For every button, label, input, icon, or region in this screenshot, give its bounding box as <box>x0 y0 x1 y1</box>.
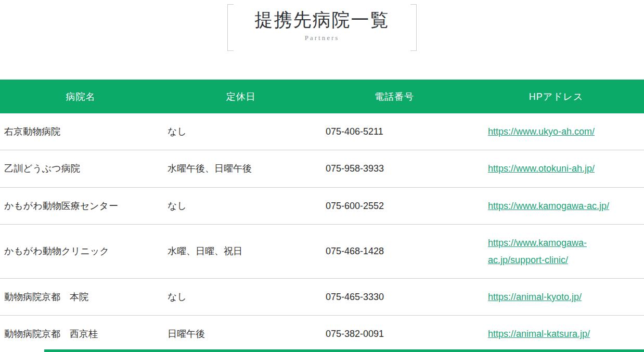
closed-day-cell: 水曜午後、日曜午後 <box>161 150 320 187</box>
hospital-name-cell: かもがわ動物クリニック <box>0 225 161 279</box>
page-subtitle: Partners <box>227 34 417 42</box>
hospital-name-cell: 右京動物病院 <box>0 113 161 150</box>
hp-link[interactable]: https://animal-kyoto.jp/ <box>488 292 582 302</box>
table-header-row: 病院名 定休日 電話番号 HPアドレス <box>0 80 644 113</box>
partners-table-body: 右京動物病院なし075-406-5211https://www.ukyo-ah.… <box>0 113 644 352</box>
table-row: 右京動物病院なし075-406-5211https://www.ukyo-ah.… <box>0 113 644 150</box>
hp-link[interactable]: https://www.kamogawa-ac.jp/support-clini… <box>488 238 587 265</box>
table-row: 動物病院京都 本院なし075-465-3330https://animal-ky… <box>0 278 644 315</box>
next-section-green-band <box>44 349 644 352</box>
hp-address-cell: https://www.kamogawa-ac.jp/ <box>468 187 644 224</box>
hp-address-cell: https://animal-kyoto.jp/ <box>468 278 644 315</box>
column-header-closed-day: 定休日 <box>161 80 320 113</box>
title-bracket-left <box>227 4 234 51</box>
hospital-name-cell: 動物病院京都 本院 <box>0 278 161 315</box>
section-title-block: 提携先病院一覧 Partners <box>227 4 417 51</box>
phone-cell: 075-465-3330 <box>320 278 468 315</box>
hp-address-cell: https://animal-katsura.jp/ <box>468 316 644 352</box>
closed-day-cell: 日曜午後 <box>161 316 320 352</box>
hp-address-cell: https://www.otokuni-ah.jp/ <box>468 150 644 187</box>
hospital-name-cell: 動物病院京都 西京桂 <box>0 316 161 352</box>
table-row: 乙訓どうぶつ病院水曜午後、日曜午後075-958-3933https://www… <box>0 150 644 187</box>
table-row: かもがわ動物医療センターなし075-600-2552https://www.ka… <box>0 187 644 224</box>
page-title: 提携先病院一覧 <box>227 4 417 31</box>
hospital-name-cell: 乙訓どうぶつ病院 <box>0 150 161 187</box>
hp-link[interactable]: https://animal-katsura.jp/ <box>488 329 590 339</box>
column-header-phone: 電話番号 <box>320 80 468 113</box>
phone-cell: 075-958-3933 <box>320 150 468 187</box>
column-header-hospital-name: 病院名 <box>0 80 161 113</box>
title-bracket-right <box>410 4 417 51</box>
partners-table: 病院名 定休日 電話番号 HPアドレス 右京動物病院なし075-406-5211… <box>0 80 644 352</box>
phone-cell: 075-468-1428 <box>320 225 468 279</box>
closed-day-cell: なし <box>161 113 320 150</box>
phone-cell: 075-382-0091 <box>320 316 468 352</box>
hp-link[interactable]: https://www.kamogawa-ac.jp/ <box>488 201 609 211</box>
hp-link[interactable]: https://www.ukyo-ah.com/ <box>488 126 595 137</box>
closed-day-cell: なし <box>161 187 320 224</box>
phone-cell: 075-406-5211 <box>320 113 468 150</box>
hospital-name-cell: かもがわ動物医療センター <box>0 187 161 224</box>
hp-link[interactable]: https://www.otokuni-ah.jp/ <box>488 163 595 174</box>
closed-day-cell: なし <box>161 278 320 315</box>
hp-address-cell: https://www.kamogawa-ac.jp/support-clini… <box>468 225 644 279</box>
closed-day-cell: 水曜、日曜、祝日 <box>161 225 320 279</box>
table-row: かもがわ動物クリニック水曜、日曜、祝日075-468-1428https://w… <box>0 225 644 279</box>
column-header-hp-address: HPアドレス <box>468 80 644 113</box>
phone-cell: 075-600-2552 <box>320 187 468 224</box>
hp-address-cell: https://www.ukyo-ah.com/ <box>468 113 644 150</box>
table-row: 動物病院京都 西京桂日曜午後075-382-0091https://animal… <box>0 316 644 352</box>
